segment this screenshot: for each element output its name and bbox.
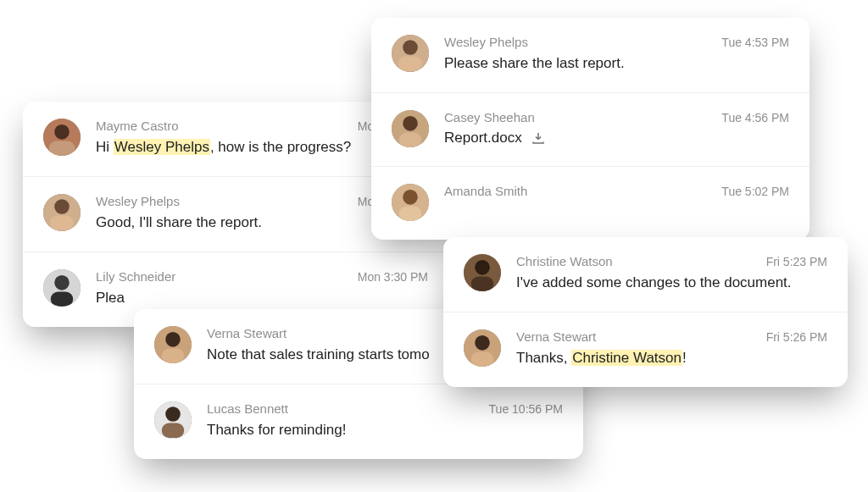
avatar — [464, 329, 501, 367]
mention[interactable]: Wesley Phelps — [114, 139, 210, 155]
svg-point-16 — [403, 190, 418, 205]
message-author: Lucas Bennett — [207, 401, 288, 416]
message-item[interactable]: Christine Watson Fri 5:23 PM I've added … — [443, 237, 848, 312]
message-text: Please share the last report. — [444, 54, 789, 74]
message-author: Lily Schneider — [96, 269, 175, 284]
svg-point-28 — [475, 335, 490, 351]
message-author: Verna Stewart — [207, 326, 287, 340]
svg-rect-11 — [398, 57, 422, 72]
svg-rect-17 — [399, 206, 421, 221]
svg-rect-26 — [471, 276, 493, 291]
message-time: Tue 10:56 PM — [489, 402, 563, 416]
conversation-card: Christine Watson Fri 5:23 PM I've added … — [443, 237, 848, 387]
message-item[interactable]: Lucas Bennett Tue 10:56 PM Thanks for re… — [134, 384, 583, 459]
svg-point-7 — [54, 275, 70, 290]
mention[interactable]: Christine Watson — [571, 350, 682, 366]
avatar — [154, 326, 192, 363]
svg-rect-14 — [399, 132, 421, 147]
message-time: Fri 5:26 PM — [766, 330, 827, 344]
avatar — [392, 35, 429, 72]
download-icon[interactable] — [531, 130, 546, 146]
message-author: Wesley Phelps — [96, 194, 180, 208]
avatar — [43, 119, 81, 156]
svg-point-10 — [403, 40, 418, 55]
avatar — [392, 184, 429, 221]
message-item[interactable]: Amanda Smith Tue 5:02 PM — [371, 166, 810, 240]
message-author: Amanda Smith — [444, 184, 527, 198]
svg-rect-23 — [162, 423, 184, 438]
message-text: Plea — [96, 289, 428, 308]
message-time: Tue 4:53 PM — [721, 36, 789, 49]
svg-point-13 — [403, 116, 418, 131]
message-text: Thanks, Christine Watson! — [516, 349, 827, 368]
message-time: Mon 3:30 PM — [358, 270, 428, 284]
svg-rect-20 — [162, 348, 184, 363]
message-author: Casey Sheehan — [444, 110, 535, 124]
svg-rect-8 — [51, 291, 73, 307]
message-author: Mayme Castro — [96, 119, 179, 133]
file-name: Report.docx — [444, 130, 522, 146]
message-time: Tue 4:56 PM — [721, 111, 789, 124]
message-author: Wesley Phelps — [444, 35, 528, 49]
message-time: Tue 5:02 PM — [721, 185, 789, 198]
message-time: Fri 5:23 PM — [766, 255, 827, 268]
conversation-cards-stage: Mayme Castro Mon 3:16 PM Hi Wesley Phelp… — [0, 0, 868, 492]
message-text: Thanks for reminding! — [207, 421, 563, 440]
svg-point-19 — [165, 332, 181, 347]
message-text: I've added some changes to the document. — [516, 274, 827, 293]
avatar — [43, 269, 81, 307]
message-author: Christine Watson — [516, 254, 613, 268]
svg-point-1 — [54, 124, 70, 140]
conversation-card: Wesley Phelps Tue 4:53 PM Please share t… — [371, 18, 810, 240]
svg-point-22 — [165, 406, 181, 422]
message-item[interactable]: Verna Stewart Fri 5:26 PM Thanks, Christ… — [443, 312, 848, 387]
avatar — [43, 194, 81, 231]
message-file-attachment[interactable]: Report.docx — [444, 130, 789, 146]
svg-rect-5 — [50, 215, 74, 230]
message-item[interactable]: Wesley Phelps Tue 4:53 PM Please share t… — [371, 18, 810, 92]
message-author: Verna Stewart — [516, 329, 596, 344]
message-item[interactable]: Casey Sheehan Tue 4:56 PM Report.docx — [371, 92, 810, 166]
avatar — [464, 254, 501, 291]
svg-point-4 — [54, 199, 70, 214]
avatar — [154, 401, 192, 439]
svg-point-25 — [475, 260, 490, 275]
svg-rect-29 — [471, 351, 493, 367]
svg-rect-2 — [49, 141, 75, 156]
avatar — [392, 110, 429, 147]
